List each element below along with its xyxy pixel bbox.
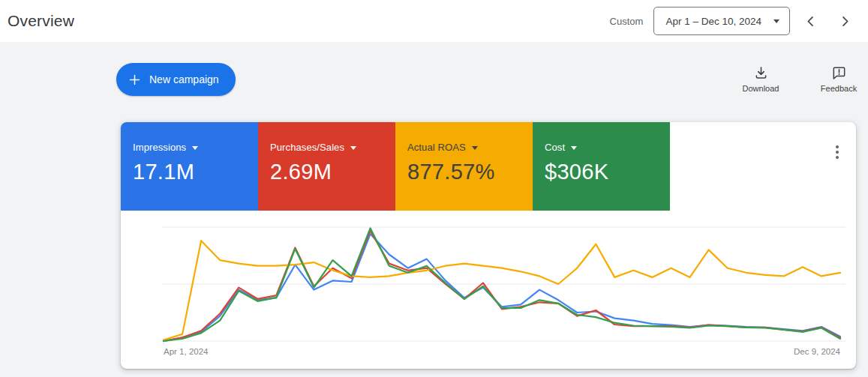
date-range-selector[interactable]: Apr 1 – Dec 10, 2024 xyxy=(653,7,790,35)
metric-value: 2.69M xyxy=(270,160,383,184)
date-range-area: Custom Apr 1 – Dec 10, 2024 xyxy=(610,7,859,35)
previous-period-button[interactable] xyxy=(796,7,824,35)
download-label: Download xyxy=(743,84,779,93)
metric-selector[interactable]: Impressions xyxy=(133,142,246,153)
metric-value: 877.57% xyxy=(407,160,521,184)
date-range-mode-label: Custom xyxy=(610,16,644,27)
chart-line-cost xyxy=(164,229,840,342)
metric-label: Actual ROAS xyxy=(407,142,466,153)
page-header: Overview Custom Apr 1 – Dec 10, 2024 xyxy=(0,0,868,42)
plus-icon xyxy=(128,73,142,87)
chart-line-impressions xyxy=(164,234,840,341)
metric-value: $306K xyxy=(545,160,658,184)
feedback-icon xyxy=(831,65,847,81)
kebab-icon xyxy=(836,145,839,148)
metric-label: Impressions xyxy=(133,142,186,153)
scorecard-strip: Impressions 17.1M Purchases/Sales 2.69M … xyxy=(121,122,856,211)
chart-line-purchases-sales xyxy=(164,231,840,341)
metric-selector[interactable]: Cost xyxy=(545,142,658,153)
metric-label: Purchases/Sales xyxy=(270,142,344,153)
new-campaign-label: New campaign xyxy=(149,73,219,85)
download-icon xyxy=(753,65,769,81)
metric-label: Cost xyxy=(545,142,565,153)
date-range-value: Apr 1 – Dec 10, 2024 xyxy=(665,16,761,27)
x-axis-label-end: Dec 9, 2024 xyxy=(794,347,841,356)
card-actions: Download Feedback xyxy=(738,65,861,93)
page-title: Overview xyxy=(8,12,74,30)
performance-chart[interactable]: Apr 1, 2024Dec 9, 2024 xyxy=(121,211,856,369)
download-button[interactable]: Download xyxy=(738,65,783,93)
metric-value: 17.1M xyxy=(133,160,246,184)
dropdown-caret-icon xyxy=(773,19,779,23)
dropdown-caret-icon xyxy=(472,146,478,150)
chevron-left-icon xyxy=(805,16,816,27)
overview-summary-card: Impressions 17.1M Purchases/Sales 2.69M … xyxy=(121,122,856,369)
card-menu-button[interactable] xyxy=(827,141,847,163)
metric-selector[interactable]: Actual ROAS xyxy=(407,142,521,153)
dropdown-caret-icon xyxy=(192,146,198,150)
metric-tile-actual-roas[interactable]: Actual ROAS 877.57% xyxy=(395,122,533,211)
metric-tile-impressions[interactable]: Impressions 17.1M xyxy=(121,122,258,211)
feedback-label: Feedback xyxy=(821,84,857,93)
chevron-right-icon xyxy=(839,16,851,27)
dropdown-caret-icon xyxy=(571,146,577,150)
feedback-button[interactable]: Feedback xyxy=(816,65,861,93)
metric-selector[interactable]: Purchases/Sales xyxy=(270,142,383,153)
chart-line-actual-roas xyxy=(164,241,840,340)
dropdown-caret-icon xyxy=(350,146,356,150)
new-campaign-button[interactable]: New campaign xyxy=(116,63,236,96)
ads-overview-page: Overview Custom Apr 1 – Dec 10, 2024 New… xyxy=(0,0,868,377)
next-period-button[interactable] xyxy=(830,7,859,35)
metric-tile-purchases-sales[interactable]: Purchases/Sales 2.69M xyxy=(258,122,395,211)
metric-tile-cost[interactable]: Cost $306K xyxy=(533,122,670,211)
x-axis-label-start: Apr 1, 2024 xyxy=(164,347,209,356)
